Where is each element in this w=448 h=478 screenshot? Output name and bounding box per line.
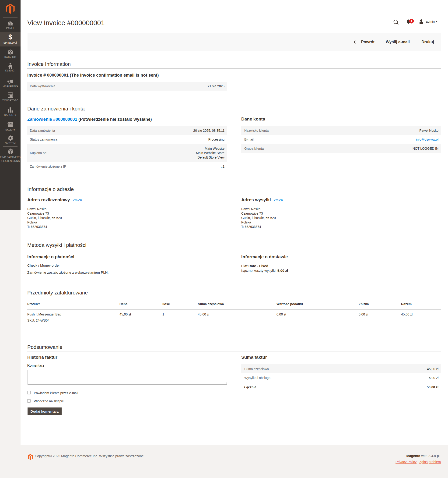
svg-text:1: 1: [411, 20, 412, 23]
